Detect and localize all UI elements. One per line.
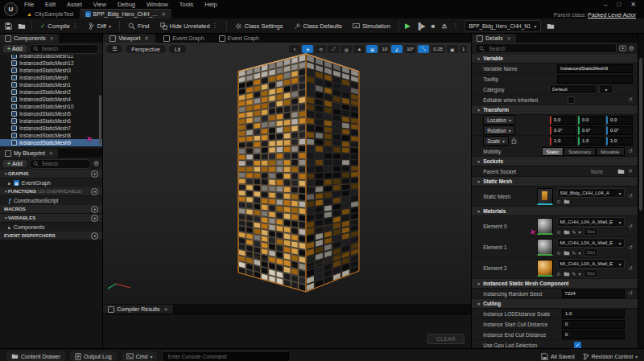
location-dropdown[interactable]: Location▾: [483, 115, 515, 125]
my-blueprint-search[interactable]: [29, 159, 92, 169]
menu-asset[interactable]: Asset: [67, 1, 82, 8]
scale-x-input[interactable]: 1.0: [550, 137, 576, 146]
tab-components[interactable]: Components ✕: [0, 34, 59, 43]
seed-input[interactable]: 7224: [562, 289, 625, 298]
revision-control-button[interactable]: Revision Control ▾: [583, 353, 638, 360]
tab-event-graph-1[interactable]: Event Graph: [157, 34, 210, 43]
material-thumbnail[interactable]: [537, 239, 553, 256]
use-selected-asset-icon[interactable]: ⊙: [557, 229, 561, 235]
section-variable[interactable]: ▼ Variable: [472, 54, 638, 64]
diff-button[interactable]: Diff ▾: [86, 20, 114, 31]
menu-debug[interactable]: Debug: [118, 1, 135, 8]
browse-socket-icon[interactable]: [617, 168, 625, 175]
category-dropdown[interactable]: Default: [549, 84, 597, 94]
chevron-down-icon[interactable]: ▾: [579, 250, 581, 256]
close-tab-icon[interactable]: ✕: [49, 150, 53, 156]
edit-material-icon[interactable]: ✎: [572, 271, 576, 277]
tab-viewport[interactable]: Viewport ✕: [103, 34, 155, 43]
material-dropdown[interactable]: MI_CHH_L04_A_Wall_E ▾: [557, 238, 625, 248]
menu-tools[interactable]: Tools: [180, 1, 194, 8]
close-tab-icon[interactable]: ✕: [50, 35, 54, 41]
section-transform[interactable]: ▼ Transform: [472, 105, 638, 115]
world-space-button[interactable]: ◍: [341, 45, 352, 53]
use-selected-asset-icon[interactable]: ⊙: [557, 271, 561, 277]
settings-gear-icon[interactable]: ⚙: [93, 160, 99, 167]
use-selected-asset-icon[interactable]: ⊙: [557, 199, 561, 204]
reset-to-default-icon[interactable]: ↺: [629, 96, 633, 103]
hide-unrelated-options-icon[interactable]: ⋮: [213, 23, 218, 29]
section-sockets[interactable]: ▼ Sockets: [472, 157, 638, 166]
console-command-box[interactable]: [162, 351, 291, 361]
component-row[interactable]: InstancedStaticMesh5: [0, 110, 102, 117]
component-row[interactable]: InstancedStaticMesh6: [0, 117, 102, 125]
component-row[interactable]: InstancedStaticMesh4: [0, 96, 102, 103]
event-dispatchers-section-header[interactable]: EVENT DISPATCHERS +: [0, 232, 102, 240]
lod-distance-scale-input[interactable]: 1.0: [562, 310, 625, 318]
slot-name-field[interactable]: Slot: [584, 228, 598, 236]
components-category-row[interactable]: ▶ Components: [0, 223, 102, 232]
components-search-input[interactable]: [40, 45, 96, 52]
eject-button[interactable]: [441, 23, 448, 30]
stop-button[interactable]: ■: [431, 23, 436, 30]
rotation-z-input[interactable]: 0.0°: [606, 126, 633, 135]
component-row[interactable]: InstancedStaticMesh12: [0, 59, 102, 67]
simulation-button[interactable]: Simulation: [350, 20, 393, 31]
save-asset-icon[interactable]: [5, 22, 12, 29]
browse-to-asset-icon[interactable]: [18, 22, 26, 29]
component-row[interactable]: InstancedStaticMesh1: [0, 81, 102, 88]
camera-speed-button[interactable]: ▣: [447, 45, 458, 53]
category-dropdown-arrow[interactable]: ▾: [599, 84, 613, 94]
static-mesh-dropdown[interactable]: SM_Bldg_CHH_L04_A ▾: [557, 188, 625, 198]
use-selected-asset-icon[interactable]: ⊙: [557, 250, 561, 256]
translate-tool-button[interactable]: ✛: [302, 45, 313, 53]
maximize-button[interactable]: □: [617, 1, 621, 8]
details-scrollbar[interactable]: [638, 34, 644, 348]
component-row[interactable]: InstancedStaticMesh7: [0, 125, 102, 132]
perspective-dropdown[interactable]: Perspective: [126, 45, 166, 53]
menu-edit[interactable]: Edit: [45, 1, 56, 8]
scale-lock-icon[interactable]: [511, 137, 517, 145]
reset-to-default-icon[interactable]: ↺: [629, 148, 633, 154]
find-button[interactable]: Find: [126, 20, 152, 31]
static-mesh-thumbnail[interactable]: [537, 188, 553, 205]
browse-debug-object-icon[interactable]: [547, 22, 555, 29]
scale-snap-value[interactable]: 0.25: [431, 45, 445, 53]
menu-view[interactable]: View: [93, 1, 106, 8]
class-settings-button[interactable]: Class Settings: [233, 20, 286, 31]
variables-section-header[interactable]: ▼ VARIABLES +: [0, 214, 102, 223]
close-tab-icon[interactable]: ✕: [161, 11, 166, 18]
reset-to-default-icon[interactable]: ↺: [629, 265, 633, 272]
chevron-down-icon[interactable]: ▾: [579, 271, 581, 277]
clear-button[interactable]: CLEAR: [427, 334, 464, 344]
slot-name-field[interactable]: Slot: [584, 248, 598, 256]
hide-unrelated-button[interactable]: Hide Unrelated ⋮: [158, 20, 221, 31]
section-culling[interactable]: ▼ Culling: [472, 299, 638, 309]
rotation-snap-value[interactable]: 10°: [404, 45, 416, 53]
tab-details[interactable]: Details ✕: [472, 34, 515, 43]
camera-speed-value[interactable]: 1: [460, 45, 467, 53]
console-command-input[interactable]: [166, 353, 287, 360]
add-function-icon[interactable]: +: [91, 188, 98, 195]
debug-object-dropdown[interactable]: BPP_Bldg_Hero_CHH_N1 ▾: [464, 20, 542, 32]
compile-button[interactable]: ✓ Compile ⋮: [38, 20, 80, 31]
reset-to-default-icon[interactable]: ↺: [629, 224, 633, 230]
content-drawer-button[interactable]: Content Drawer: [6, 351, 65, 361]
reset-to-default-icon[interactable]: ↺: [629, 193, 633, 199]
tab-compiler-results[interactable]: Compiler Results ✕: [103, 305, 172, 314]
details-search[interactable]: [475, 43, 617, 53]
cmd-dropdown[interactable]: Cmd ▾: [122, 351, 158, 361]
frame-skip-button[interactable]: ▐▶: [416, 23, 426, 30]
component-row[interactable]: InstancedStaticMesh2: [0, 88, 102, 96]
location-z-input[interactable]: 0.0: [606, 116, 633, 125]
output-log-button[interactable]: Output Log: [70, 351, 117, 361]
functions-section-header[interactable]: ▼ FUNCTIONS (19 OVERRIDABLE) +: [0, 187, 102, 196]
section-static-mesh[interactable]: ▼ Static Mesh: [472, 177, 638, 187]
rotation-dropdown[interactable]: Rotation▾: [483, 125, 514, 135]
tooltip-input[interactable]: [557, 75, 633, 84]
chevron-down-icon[interactable]: ▾: [579, 229, 581, 235]
location-x-input[interactable]: 0.0: [550, 116, 576, 125]
lit-dropdown[interactable]: Lit: [169, 45, 186, 53]
scale-tool-button[interactable]: ⤢: [328, 45, 339, 53]
details-search-input[interactable]: [487, 45, 613, 52]
menu-help[interactable]: Help: [204, 1, 217, 8]
